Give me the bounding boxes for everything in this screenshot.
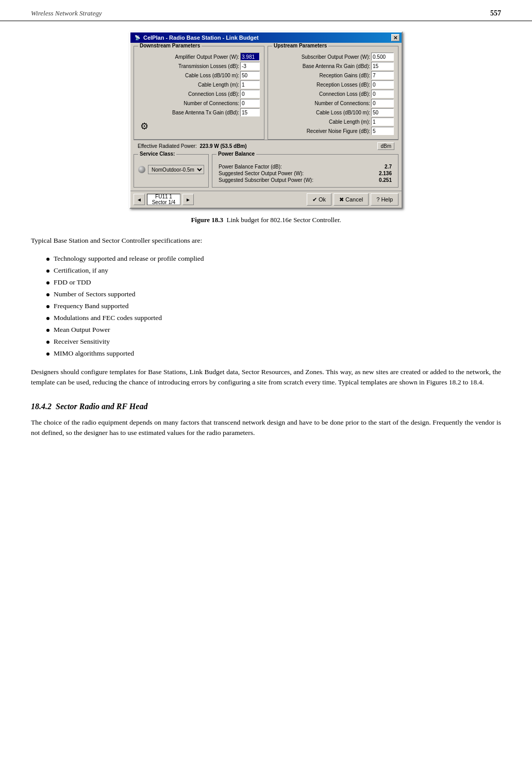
param-row: Connection Loss (dB): (272, 90, 394, 98)
dialog-app-icon: 📡 (134, 34, 141, 41)
list-item-text: FDD or TDD (54, 277, 91, 289)
param-label: Number of Connections: (138, 100, 239, 106)
param-row: Connection Loss (dB): (138, 90, 260, 98)
param-label: Subscriber Output Power (W): (272, 54, 370, 60)
cable-length-input[interactable] (240, 80, 260, 89)
bullet-list: Technology supported and release or prof… (46, 253, 501, 359)
list-item: Number of Sectors supported (46, 289, 501, 300)
list-item-text: Modulations and FEC codes supported (54, 312, 162, 324)
base-antenna-tx-gain-input[interactable] (240, 108, 260, 116)
receiver-noise-figure-input[interactable] (371, 127, 394, 135)
list-item: Frequency Band supported (46, 300, 501, 312)
suggested-subscriber-label: Suggested Subscriber Output Power (W): (219, 177, 313, 183)
amplifier-output-power-input[interactable] (240, 53, 260, 61)
service-circle-icon (138, 166, 145, 173)
service-power-row: Service Class: NomOutdoor-0.5m Power Bal… (134, 154, 398, 188)
param-label: Connection Loss (dB): (138, 91, 239, 97)
transmission-losses-input[interactable] (240, 62, 260, 70)
page-content: 📡 CelPlan - Radio Base Station - Link Bu… (0, 21, 532, 466)
param-label: Amplifier Output Power (W): (138, 54, 239, 60)
list-item: Mean Output Power (46, 324, 501, 336)
dbm-button[interactable]: dBm (377, 142, 394, 150)
dialog-container: 📡 CelPlan - Radio Base Station - Link Bu… (31, 31, 501, 209)
figure-caption: Figure 18.3 Link budget for 802.16e Sect… (31, 216, 501, 224)
param-row: Cable Length (m): (138, 80, 260, 89)
checkmark-icon: ✔ (312, 196, 317, 203)
list-item: Technology supported and release or prof… (46, 253, 501, 265)
param-row: Amplifier Output Power (W): (138, 53, 260, 61)
param-label: Transmission Losses (dB): (138, 63, 239, 69)
list-item: Receiver Sensitivity (46, 336, 501, 348)
subscriber-output-power-input[interactable] (371, 53, 394, 61)
list-item: Modulations and FEC codes supported (46, 312, 501, 324)
service-class-select[interactable]: NomOutdoor-0.5m (148, 165, 204, 174)
section-heading: 18.4.2 Sector Radio and RF Head (31, 402, 501, 411)
param-label: Cable Length (m): (138, 82, 239, 88)
list-item-text: Frequency Band supported (54, 300, 128, 312)
reception-gains-input[interactable] (371, 71, 394, 79)
param-row: Reception Gains (dB): (272, 71, 394, 79)
bullet-dot-icon (46, 305, 49, 308)
param-label: Cable Loss (dB/100 m): (272, 110, 370, 115)
dialog-body: Downstream Parameters Amplifier Output P… (130, 43, 402, 191)
question-icon: ? (376, 196, 379, 203)
list-item: MIMO algorithms supported (46, 348, 501, 360)
effective-power-label: Effective Radiated Power: 223.9 W (53.5 … (138, 143, 247, 149)
param-row: Number of Connections: (138, 99, 260, 107)
power-balance-factor-value: 2.7 (385, 164, 392, 170)
header-title: Wireless Network Strategy (31, 9, 102, 18)
cancel-button[interactable]: ✖ Cancel (334, 193, 369, 206)
connection-loss-input[interactable] (240, 90, 260, 98)
suggested-subscriber-value: 0.251 (379, 177, 392, 183)
list-item-text: Receiver Sensitivity (54, 336, 110, 348)
param-label: Connection Loss (dB): (272, 91, 370, 97)
help-button[interactable]: ? Help (371, 193, 398, 206)
service-class-group: Service Class: NomOutdoor-0.5m (134, 154, 209, 188)
list-item-text: Number of Sectors supported (54, 289, 136, 300)
bullet-dot-icon (46, 293, 49, 296)
close-button[interactable]: ✕ (391, 34, 400, 41)
up-connection-loss-input[interactable] (371, 90, 394, 98)
next-button[interactable]: ► (182, 194, 194, 205)
list-item: FDD or TDD (46, 277, 501, 289)
param-row: Number of Connections: (272, 99, 394, 107)
bullet-dot-icon (46, 258, 49, 261)
param-label: Receiver Noise Figure (dB): (272, 128, 370, 134)
up-cable-length-input[interactable] (371, 117, 394, 126)
cable-loss-input[interactable] (240, 71, 260, 79)
figure-caption-text: Link budget for 802.16e Sector Controlle… (227, 216, 341, 224)
prev-button[interactable]: ◄ (134, 194, 145, 205)
suggested-subscriber-row: Suggested Subscriber Output Power (W): 0… (217, 177, 394, 183)
num-connections-input[interactable] (240, 99, 260, 107)
dialog-footer: ◄ FU11 1 Sector 1/4 ► ✔ Ok ✖ Cancel ? He… (130, 191, 402, 208)
param-label: Reception Gains (dB): (272, 73, 370, 78)
list-item: Certification, if any (46, 265, 501, 277)
effective-power-row: Effective Radiated Power: 223.9 W (53.5 … (134, 140, 398, 152)
gear-icon: ⚙ (140, 121, 148, 131)
param-label: Reception Losses (dB): (272, 82, 370, 88)
param-row: Receiver Noise Figure (dB): (272, 127, 394, 135)
dialog-titlebar: 📡 CelPlan - Radio Base Station - Link Bu… (130, 32, 402, 43)
section-number: 18.4.2 (31, 402, 52, 411)
power-balance-title: Power Balance (217, 151, 256, 157)
body-text-3: The choice of the radio equipment depend… (31, 417, 501, 439)
upstream-title: Upstream Parameters (272, 43, 328, 48)
param-row: Cable Loss (dB/100 m): (272, 108, 394, 116)
param-row: Cable Length (m): (272, 117, 394, 126)
bullet-dot-icon (46, 317, 49, 320)
body-text-2: Designers should configure templates for… (31, 367, 501, 388)
up-num-connections-input[interactable] (371, 99, 394, 107)
suggested-sector-label: Suggested Sector Output Power (W): (219, 171, 304, 176)
page-number: 557 (490, 9, 501, 18)
param-row: Base Antenna Rx Gain (dBd): (272, 62, 394, 70)
service-class-title: Service Class: (138, 151, 176, 157)
up-cable-loss-input[interactable] (371, 108, 394, 116)
ok-button[interactable]: ✔ Ok (307, 193, 331, 206)
list-item-text: Mean Output Power (54, 324, 110, 336)
reception-losses-input[interactable] (371, 80, 394, 89)
section-title: Sector Radio and RF Head (56, 402, 147, 411)
figure-number: Figure 18.3 (191, 216, 223, 224)
service-item: NomOutdoor-0.5m (138, 165, 204, 174)
base-antenna-rx-gain-input[interactable] (371, 62, 394, 70)
param-row: Reception Losses (dB): (272, 80, 394, 89)
